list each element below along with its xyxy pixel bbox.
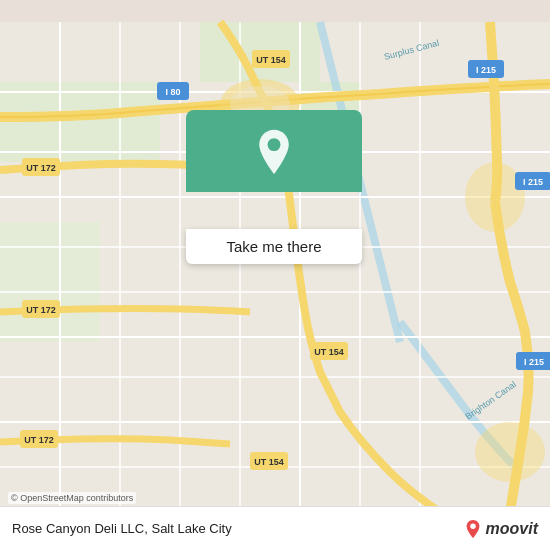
svg-text:I 215: I 215 — [523, 177, 543, 187]
svg-text:I 80: I 80 — [165, 87, 180, 97]
moovit-logo: moovit — [464, 519, 538, 539]
map-background: I 80 I 215 I 215 I 215 UT 154 UT 154 UT … — [0, 0, 550, 550]
popup-card — [186, 110, 362, 192]
svg-point-48 — [470, 523, 475, 528]
svg-point-24 — [475, 422, 545, 482]
svg-text:I 215: I 215 — [524, 357, 544, 367]
map-container: I 80 I 215 I 215 I 215 UT 154 UT 154 UT … — [0, 0, 550, 550]
map-attribution: © OpenStreetMap contributors — [8, 492, 136, 504]
svg-rect-2 — [0, 82, 160, 162]
svg-text:UT 154: UT 154 — [254, 457, 284, 467]
location-pin — [252, 130, 296, 174]
moovit-text: moovit — [486, 520, 538, 538]
svg-rect-3 — [0, 222, 100, 342]
svg-text:UT 172: UT 172 — [26, 305, 56, 315]
svg-point-23 — [465, 162, 525, 232]
moovit-pin-icon — [464, 519, 482, 539]
svg-text:UT 154: UT 154 — [314, 347, 344, 357]
bottom-bar: Rose Canyon Deli LLC, Salt Lake City moo… — [0, 506, 550, 550]
svg-point-47 — [268, 138, 281, 151]
svg-text:UT 172: UT 172 — [26, 163, 56, 173]
svg-text:I 215: I 215 — [476, 65, 496, 75]
button-label: Take me there — [226, 238, 321, 255]
location-name: Rose Canyon Deli LLC, Salt Lake City — [12, 521, 232, 536]
copyright-text: © OpenStreetMap contributors — [11, 493, 133, 503]
svg-text:UT 172: UT 172 — [24, 435, 54, 445]
svg-text:UT 154: UT 154 — [256, 55, 286, 65]
take-me-there-button[interactable]: Take me there — [186, 229, 362, 264]
